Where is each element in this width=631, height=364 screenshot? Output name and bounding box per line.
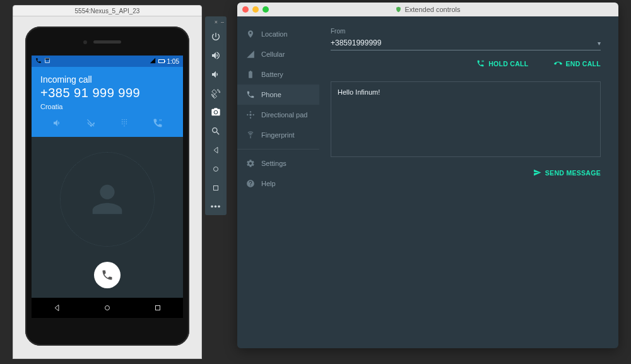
- close-icon[interactable]: ×: [215, 20, 218, 25]
- answer-call-button[interactable]: [94, 262, 121, 288]
- earpiece: [93, 40, 121, 44]
- incoming-call-number: +385 91 999 999: [40, 86, 174, 100]
- sidebar-item-label: Fingerprint: [261, 131, 295, 139]
- window-maximize-button[interactable]: [262, 6, 269, 13]
- incoming-call-header: Incoming call +385 91 999 999 Croatia: [32, 67, 183, 137]
- sidebar-item-label: Settings: [261, 160, 286, 167]
- window-close-button[interactable]: [242, 6, 249, 13]
- power-button[interactable]: [207, 28, 225, 45]
- send-message-button[interactable]: SEND MESSAGE: [533, 168, 601, 177]
- sidebar-item-settings[interactable]: Settings: [237, 153, 319, 173]
- svg-point-2: [214, 167, 218, 172]
- window-minimize-button[interactable]: [252, 6, 259, 13]
- from-field-row: ▾: [331, 38, 601, 50]
- card-icon: [44, 57, 50, 65]
- signal-icon: [150, 57, 156, 65]
- sms-message-input[interactable]: [331, 81, 601, 157]
- svg-point-7: [247, 114, 248, 115]
- sidebar-item-label: Directional pad: [261, 111, 307, 119]
- sidebar-item-label: Location: [261, 30, 288, 38]
- sidebar-item-label: Phone: [261, 91, 281, 98]
- svg-point-0: [105, 306, 110, 310]
- android-nav-bar: [32, 298, 183, 318]
- sidebar-item-fingerprint[interactable]: Fingerprint: [237, 125, 319, 145]
- end-call-label: END CALL: [566, 60, 601, 68]
- svg-point-8: [253, 114, 254, 115]
- sidebar-item-phone[interactable]: Phone: [237, 85, 319, 105]
- mute-icon[interactable]: [85, 117, 97, 129]
- traffic-lights: [237, 6, 269, 13]
- emulator-body: 1:05 Incoming call +385 91 999 999 Croat…: [13, 16, 202, 359]
- incoming-call-title: Incoming call: [40, 74, 174, 85]
- volume-up-button[interactable]: [207, 47, 225, 64]
- phone-panel: From ▾ HOLD CALL END CALL SEND: [319, 16, 618, 348]
- send-message-label: SEND MESSAGE: [545, 169, 601, 177]
- front-camera: [83, 40, 87, 44]
- extended-sidebar: Location Cellular Battery Phone Directio…: [237, 16, 319, 348]
- chevron-down-icon[interactable]: ▾: [598, 40, 601, 47]
- extended-window-title: Extended controls: [395, 6, 460, 13]
- svg-point-5: [250, 111, 251, 112]
- sidebar-item-cellular[interactable]: Cellular: [237, 44, 319, 64]
- sidebar-item-help[interactable]: Help: [237, 173, 319, 194]
- volume-down-button[interactable]: [207, 66, 225, 83]
- sidebar-item-dpad[interactable]: Directional pad: [237, 105, 319, 125]
- zoom-button[interactable]: [207, 122, 225, 140]
- phone-screen[interactable]: 1:05 Incoming call +385 91 999 999 Croat…: [32, 56, 183, 318]
- toolbar-titlebar: × –: [205, 19, 227, 26]
- incoming-call-country: Croatia: [40, 103, 174, 110]
- screenshot-button[interactable]: [207, 103, 225, 121]
- incoming-call-actions: [40, 110, 174, 131]
- sidebar-item-label: Cellular: [261, 50, 285, 58]
- overview-button-toolbar[interactable]: [207, 179, 225, 197]
- sidebar-item-battery[interactable]: Battery: [237, 64, 319, 85]
- emulator-toolbar: × – •••: [205, 16, 227, 215]
- sidebar-item-label: Battery: [261, 71, 283, 78]
- hold-call-label: HOLD CALL: [488, 60, 528, 68]
- home-button[interactable]: [103, 303, 112, 312]
- from-label: From: [331, 28, 601, 35]
- end-call-button[interactable]: END CALL: [554, 59, 601, 68]
- phone-device-frame: 1:05 Incoming call +385 91 999 999 Croat…: [25, 26, 189, 346]
- contact-avatar-placeholder: [60, 152, 155, 247]
- phone-icon: [35, 57, 42, 65]
- sidebar-item-location[interactable]: Location: [237, 24, 319, 44]
- extended-titlebar: Extended controls: [237, 3, 618, 16]
- battery-icon: [158, 59, 165, 63]
- dialpad-icon[interactable]: [118, 117, 131, 129]
- emulator-titlebar: 5554:Nexus_5_API_23: [13, 5, 202, 16]
- statusbar-time: 1:05: [167, 58, 179, 65]
- hold-icon[interactable]: [151, 117, 164, 129]
- emulator-window: 5554:Nexus_5_API_23: [13, 5, 202, 359]
- overview-button[interactable]: [153, 303, 162, 312]
- svg-point-4: [249, 114, 252, 116]
- hold-call-button[interactable]: HOLD CALL: [476, 59, 528, 68]
- more-button[interactable]: •••: [211, 198, 221, 213]
- call-body: [32, 137, 183, 301]
- speaker-icon[interactable]: [51, 117, 64, 129]
- sidebar-item-label: Help: [261, 180, 276, 187]
- svg-rect-3: [214, 186, 218, 191]
- svg-point-6: [250, 117, 251, 119]
- home-button-toolbar[interactable]: [207, 160, 225, 178]
- svg-rect-1: [156, 306, 160, 310]
- from-input[interactable]: [331, 38, 598, 47]
- sidebar-divider: [237, 149, 319, 150]
- android-statusbar: 1:05: [32, 56, 183, 67]
- back-button-toolbar[interactable]: [207, 141, 225, 159]
- extended-controls-window: Extended controls Location Cellular Batt…: [237, 3, 618, 348]
- minimize-icon[interactable]: –: [221, 20, 224, 25]
- rotate-button[interactable]: [207, 85, 225, 102]
- back-button[interactable]: [52, 303, 61, 312]
